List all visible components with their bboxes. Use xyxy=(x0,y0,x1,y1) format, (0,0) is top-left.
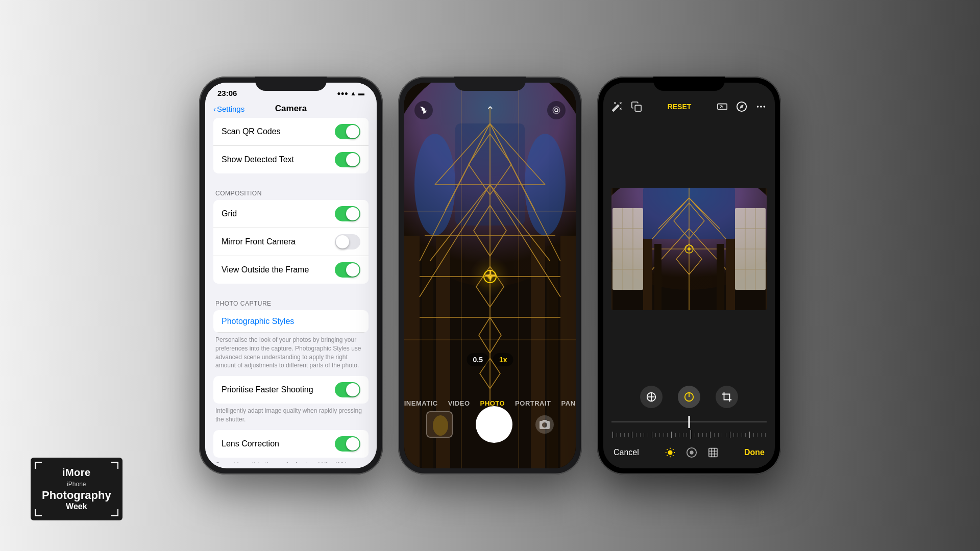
exposure-icon xyxy=(646,391,657,403)
prioritise-faster-shooting-toggle[interactable] xyxy=(335,382,360,397)
phone1-notch xyxy=(255,77,327,91)
imore-week: Week xyxy=(42,502,111,511)
flash-off-icon xyxy=(419,106,428,115)
bracket-tr xyxy=(111,462,118,469)
slider-track-container: // Generate ticks via JS below xyxy=(611,414,767,430)
photographic-styles-row[interactable]: Photographic Styles xyxy=(213,310,369,333)
view-outside-frame-row: View Outside the Frame xyxy=(213,256,369,284)
prioritise-faster-shooting-label: Prioritise Faster Shooting xyxy=(222,385,313,394)
compass-icon[interactable] xyxy=(736,101,747,112)
lens-correction-row: Lens Correction xyxy=(213,430,369,458)
bracket-br xyxy=(111,509,118,516)
grid-toggle[interactable] xyxy=(335,206,360,221)
color-adj-btn[interactable] xyxy=(678,386,700,408)
edit-bottom-bar: Cancel Done xyxy=(603,443,775,468)
edit-grid-icon[interactable] xyxy=(707,447,719,458)
chevron-left-icon: ‹ xyxy=(213,105,216,113)
view-outside-frame-toggle[interactable] xyxy=(335,262,360,278)
svg-point-83 xyxy=(668,450,672,455)
adjustment-icons xyxy=(603,382,775,412)
zoom-05-btn[interactable]: 0.5 xyxy=(467,353,488,366)
flip-camera-button[interactable] xyxy=(535,415,554,434)
copy-icon[interactable] xyxy=(631,101,642,112)
edit-circle-icon[interactable] xyxy=(686,447,697,458)
prioritise-card: Prioritise Faster Shooting xyxy=(213,376,369,404)
scan-qr-row: Scan QR Codes xyxy=(213,118,369,146)
camera-thumbnail[interactable] xyxy=(426,411,453,438)
photo-capture-label: PHOTO CAPTURE xyxy=(205,292,377,310)
crop-icon xyxy=(721,391,732,403)
page-title: Camera xyxy=(275,104,307,114)
imore-badge: iMore iPhone Photography Week xyxy=(31,458,122,520)
prioritise-faster-shooting-row: Prioritise Faster Shooting xyxy=(213,376,369,404)
zoom-1x-btn[interactable]: 1x xyxy=(493,353,513,366)
edit-cathedral-photo xyxy=(611,188,767,310)
svg-point-74 xyxy=(688,247,691,251)
imore-main: Photography xyxy=(42,489,111,502)
scan-qr-toggle[interactable] xyxy=(335,124,360,139)
photographic-styles-label[interactable]: Photographic Styles xyxy=(222,317,294,326)
live-photo-icon xyxy=(552,106,561,115)
cancel-button[interactable]: Cancel xyxy=(614,448,639,457)
svg-point-41 xyxy=(433,415,448,436)
phone3-notch xyxy=(653,77,725,91)
flash-icon-btn[interactable] xyxy=(414,101,433,119)
reset-button[interactable]: RESET xyxy=(668,103,692,111)
aspect-ratio-icon[interactable] xyxy=(717,101,728,112)
svg-line-88 xyxy=(667,449,667,449)
edit-sun-icon[interactable] xyxy=(665,447,676,458)
wifi-icon: ▲ xyxy=(350,90,356,97)
more-options-icon[interactable] xyxy=(755,101,767,112)
camera-bottom-bar xyxy=(404,406,576,443)
camera-zoom-bar: 0.5 1x xyxy=(467,353,513,366)
mirror-front-camera-toggle[interactable] xyxy=(335,234,360,249)
edit-photo-area xyxy=(603,116,775,382)
shutter-button[interactable] xyxy=(476,406,512,443)
svg-rect-75 xyxy=(643,239,652,310)
exposure-adj-btn[interactable] xyxy=(640,386,663,408)
mirror-front-camera-row: Mirror Front Camera xyxy=(213,228,369,256)
svg-rect-78 xyxy=(726,239,735,310)
lens-correction-toggle[interactable] xyxy=(335,436,360,452)
show-detected-text-toggle[interactable] xyxy=(335,152,360,167)
svg-line-90 xyxy=(667,455,667,456)
live-photo-icon-btn[interactable] xyxy=(547,101,566,119)
svg-rect-76 xyxy=(654,244,662,310)
bracket-bl xyxy=(35,509,42,516)
prioritise-desc: Intelligently adapt image quality when r… xyxy=(205,404,377,430)
chevron-up[interactable]: ⌃ xyxy=(486,104,495,116)
photographic-styles-desc: Personalise the look of your photos by b… xyxy=(205,333,377,376)
composition-card: Grid Mirror Front Camera View Outside th… xyxy=(213,200,369,284)
back-button[interactable]: ‹ Settings xyxy=(213,105,244,113)
svg-line-89 xyxy=(673,455,673,456)
phone2-screen: ✛ ⌃ 0.5 1x xyxy=(404,83,576,468)
settings-nav-header: ‹ Settings Camera xyxy=(205,99,377,118)
imore-sub: iPhone xyxy=(42,481,111,488)
svg-point-45 xyxy=(757,106,759,108)
photo-capture-card: Photographic Styles xyxy=(213,310,369,333)
composition-label: COMPOSITION xyxy=(205,182,377,200)
scene-container: iMore iPhone Photography Week 23:06 ●●● … xyxy=(0,0,980,551)
back-label[interactable]: Settings xyxy=(217,105,244,113)
camera-viewfinder: ✛ ⌃ 0.5 1x xyxy=(404,83,576,468)
top-settings-card: Scan QR Codes Show Detected Text xyxy=(213,118,369,173)
done-button[interactable]: Done xyxy=(744,448,765,457)
svg-point-46 xyxy=(760,106,762,108)
scan-qr-label: Scan QR Codes xyxy=(222,127,281,136)
settings-content: Scan QR Codes Show Detected Text COMPOSI… xyxy=(205,118,377,463)
adjust-icon[interactable] xyxy=(611,101,623,112)
svg-point-39 xyxy=(553,107,560,114)
lens-correction-label: Lens Correction xyxy=(222,439,279,448)
phone3-wrapper: RESET xyxy=(597,10,781,541)
lens-desc: Correct lens distortion on the front and… xyxy=(205,458,377,463)
phone3-edit: RESET xyxy=(597,77,781,474)
show-detected-text-row: Show Detected Text xyxy=(213,146,369,173)
edit-top-icons-left xyxy=(611,101,642,112)
phone1-screen: 23:06 ●●● ▲ ▬ ‹ Settings Camera xyxy=(205,83,377,468)
mirror-front-camera-label: Mirror Front Camera xyxy=(222,237,296,246)
crop-adj-btn[interactable] xyxy=(716,386,738,408)
phone1-settings: 23:06 ●●● ▲ ▬ ‹ Settings Camera xyxy=(199,77,383,474)
grid-row: Grid xyxy=(213,200,369,228)
status-icons: ●●● ▲ ▬ xyxy=(337,90,364,97)
slider-center-tick xyxy=(689,416,690,428)
